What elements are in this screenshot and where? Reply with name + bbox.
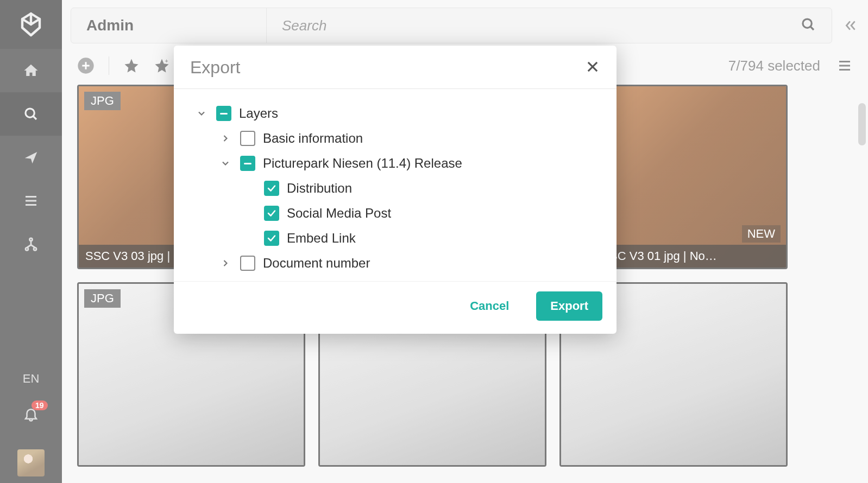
checkbox[interactable] — [240, 131, 255, 146]
tree-item: Distribution — [242, 176, 607, 201]
export-dialog: Export LayersBasic informationPicturepar… — [174, 46, 617, 334]
tree-label: Picturepark Niesen (11.4) Release — [263, 156, 462, 171]
tree-root: Layers — [194, 101, 607, 126]
checkbox[interactable] — [240, 256, 255, 271]
chevron-right-icon[interactable] — [218, 131, 232, 145]
chevron-down-icon[interactable] — [218, 156, 232, 170]
checkbox[interactable] — [264, 231, 279, 246]
checkbox[interactable] — [240, 156, 255, 171]
chevron-down-icon[interactable] — [194, 106, 209, 120]
cancel-button[interactable]: Cancel — [456, 291, 523, 321]
close-icon[interactable] — [585, 59, 600, 77]
export-button[interactable]: Export — [536, 291, 602, 321]
dialog-title: Export — [190, 58, 240, 78]
tree-item: Embed Link — [242, 226, 607, 251]
tree-label: Layers — [239, 106, 278, 121]
dialog-header: Export — [174, 46, 617, 89]
tree-label: Distribution — [287, 181, 352, 196]
tree-item: Document number — [218, 251, 607, 276]
tree-label: Embed Link — [287, 231, 356, 246]
export-tree: LayersBasic informationPicturepark Niese… — [174, 89, 617, 281]
tree-label: Social Media Post — [287, 206, 391, 221]
chevron-right-icon[interactable] — [218, 256, 232, 270]
checkbox[interactable] — [264, 181, 279, 196]
tree-item: Social Media Post — [242, 201, 607, 226]
tree-label: Document number — [263, 256, 370, 271]
tree-label: Basic information — [263, 131, 363, 146]
checkbox[interactable] — [264, 206, 279, 221]
tree-item: Picturepark Niesen (11.4) Release — [218, 151, 607, 176]
dialog-footer: Cancel Export — [174, 281, 617, 334]
tree-item: Basic information — [218, 126, 607, 151]
checkbox[interactable] — [216, 106, 231, 121]
